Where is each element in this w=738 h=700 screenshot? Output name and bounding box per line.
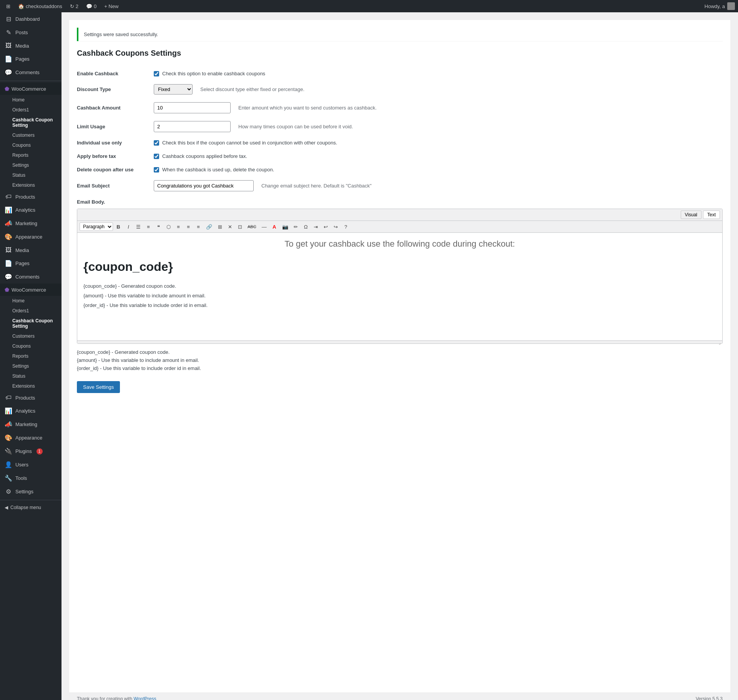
align-right-button[interactable]: ≡	[184, 223, 193, 231]
sidebar-item-orders2[interactable]: Orders 1	[0, 306, 62, 316]
sidebar-item-tools[interactable]: 🔧 Tools	[0, 471, 62, 485]
editor-body-content[interactable]: To get your cashback use the following c…	[77, 233, 722, 340]
strikethrough-button[interactable]: ABC	[245, 223, 259, 230]
paragraph-format-select[interactable]: Paragraph	[80, 222, 113, 231]
editor-tabs: Visual Text	[77, 209, 722, 221]
wordpress-link[interactable]: WordPress	[133, 696, 156, 700]
sidebar-item-settings2[interactable]: Settings	[0, 361, 62, 371]
image-button[interactable]: 📷	[280, 223, 291, 231]
cashback-amount-input[interactable]	[154, 102, 231, 113]
individual-use-label: Individual use only	[77, 136, 154, 149]
email-subject-label: Email Subject	[77, 176, 154, 195]
email-subject-input[interactable]	[154, 180, 254, 191]
individual-use-checkbox[interactable]	[154, 140, 159, 146]
table-button[interactable]: ⊞	[215, 223, 224, 231]
sidebar-item-coupons2[interactable]: Coupons	[0, 341, 62, 351]
sidebar-item-label: Media	[15, 43, 29, 49]
blockquote-button[interactable]: ❝	[154, 223, 163, 231]
sidebar-item-products2[interactable]: 🏷 Products	[0, 391, 62, 404]
undo-button[interactable]: ↩	[321, 223, 331, 231]
sidebar-item-settings3[interactable]: ⚙ Settings	[0, 485, 62, 498]
fullscreen-button[interactable]: ⊡	[235, 223, 244, 231]
link-button[interactable]: 🔗	[204, 223, 214, 231]
appearance-icon: 🎨	[5, 233, 12, 241]
sidebar-item-analytics[interactable]: 📊 Analytics	[0, 203, 62, 217]
sidebar-item-label: Posts	[15, 30, 28, 35]
sidebar-item-customers[interactable]: Customers	[0, 130, 62, 140]
pencil-button[interactable]: ✏	[291, 223, 301, 231]
apply-before-tax-checkbox[interactable]	[154, 154, 159, 159]
unordered-list-button[interactable]: ☰	[134, 223, 143, 231]
discount-type-desc: Select discount type either fixed or per…	[200, 86, 304, 92]
sidebar-item-orders[interactable]: Orders 1	[0, 105, 62, 115]
sidebar-item-extensions2[interactable]: Extensions	[0, 381, 62, 391]
sidebar-item-posts[interactable]: ✎ Posts	[0, 26, 62, 39]
sidebar-item-settings[interactable]: Settings	[0, 160, 62, 170]
align-left-button[interactable]: ⬡	[164, 223, 173, 231]
text-color-button[interactable]: A	[270, 223, 279, 231]
sidebar-item-media[interactable]: 🖼 Media	[0, 39, 62, 52]
woocommerce-menu-item-2[interactable]: ⬟ WooCommerce	[0, 284, 62, 296]
ordered-list-button[interactable]: ≡	[144, 223, 153, 231]
sidebar-item-plugins[interactable]: 🔌 Plugins 1	[0, 445, 62, 458]
comments-bar[interactable]: 💬 0	[83, 0, 100, 12]
howdy-section: Howdy, a	[705, 2, 735, 10]
delete-after-use-field: When the cashback is used up, delete the…	[154, 163, 723, 176]
sidebar-item-comments[interactable]: 💬 Comments	[0, 66, 62, 79]
help-button[interactable]: ?	[341, 223, 351, 231]
sidebar-item-media2[interactable]: 🖼 Media	[0, 244, 62, 257]
tab-text[interactable]: Text	[703, 211, 720, 219]
horizontal-rule-button[interactable]: —	[259, 223, 269, 231]
sidebar-item-home2[interactable]: Home	[0, 296, 62, 306]
sidebar-item-coupons[interactable]: Coupons	[0, 140, 62, 150]
indent-button[interactable]: ⇥	[311, 223, 321, 231]
remove-format-button[interactable]: ✕	[225, 223, 234, 231]
sidebar-item-status[interactable]: Status	[0, 170, 62, 180]
analytics-icon: 📊	[5, 206, 12, 214]
sidebar-item-home[interactable]: Home	[0, 95, 62, 105]
sidebar-item-reports[interactable]: Reports	[0, 150, 62, 160]
sidebar-item-pages2[interactable]: 📄 Pages	[0, 257, 62, 270]
sidebar-item-dashboard[interactable]: ⊟ Dashboard	[0, 12, 62, 26]
site-name-label: checkoutaddons	[26, 3, 62, 9]
align-justify-button[interactable]: ≡	[194, 223, 203, 231]
editor-coupon-code: {coupon_code}	[83, 257, 716, 277]
align-center-button[interactable]: ≡	[174, 223, 183, 231]
limit-usage-input[interactable]	[154, 121, 231, 132]
bold-button[interactable]: B	[114, 223, 123, 231]
media-icon: 🖼	[5, 42, 12, 49]
sidebar-item-status2[interactable]: Status	[0, 371, 62, 381]
enable-cashback-checkbox[interactable]	[154, 71, 159, 76]
success-message: Settings were saved successfully.	[84, 32, 158, 37]
sidebar-item-marketing2[interactable]: 📣 Marketing	[0, 418, 62, 431]
discount-type-select[interactable]: Fixed Percentage	[154, 84, 193, 95]
sidebar-item-comments2[interactable]: 💬 Comments	[0, 270, 62, 284]
site-name-bar[interactable]: 🏠 checkoutaddons	[15, 0, 65, 12]
tab-visual[interactable]: Visual	[681, 211, 701, 219]
sidebar-item-extensions[interactable]: Extensions	[0, 180, 62, 190]
woocommerce-menu-item[interactable]: ⬟ WooCommerce	[0, 83, 62, 95]
wp-logo-bar[interactable]: ⊞	[3, 0, 13, 12]
save-settings-button[interactable]: Save Settings	[77, 381, 120, 393]
collapse-menu-btn[interactable]: ◀ Collapse menu	[0, 502, 62, 513]
delete-after-use-checkbox[interactable]	[154, 167, 159, 173]
sidebar-item-customers2[interactable]: Customers	[0, 331, 62, 341]
woocommerce-label: WooCommerce	[12, 86, 46, 92]
sidebar-item-reports2[interactable]: Reports	[0, 351, 62, 361]
italic-button[interactable]: I	[124, 223, 133, 231]
updates-bar[interactable]: ↻ 2	[67, 0, 81, 12]
sidebar-item-cashback[interactable]: Cashback Coupon Setting	[0, 115, 62, 130]
sidebar-item-appearance2[interactable]: 🎨 Appearance	[0, 431, 62, 445]
sidebar-item-pages[interactable]: 📄 Pages	[0, 52, 62, 66]
editor-resize-handle[interactable]: ⌟	[77, 340, 722, 343]
sidebar-item-appearance[interactable]: 🎨 Appearance	[0, 230, 62, 244]
main-content: Settings were saved successfully. Cashba…	[62, 12, 738, 700]
new-content-bar[interactable]: + New	[101, 0, 121, 12]
sidebar-item-users[interactable]: 👤 Users	[0, 458, 62, 471]
sidebar-item-marketing[interactable]: 📣 Marketing	[0, 217, 62, 230]
special-chars-button[interactable]: Ω	[301, 223, 311, 231]
sidebar-item-analytics2[interactable]: 📊 Analytics	[0, 404, 62, 418]
redo-button[interactable]: ↪	[331, 223, 341, 231]
sidebar-item-cashback2[interactable]: Cashback Coupon Setting	[0, 316, 62, 331]
sidebar-item-products[interactable]: 🏷 Products	[0, 190, 62, 203]
